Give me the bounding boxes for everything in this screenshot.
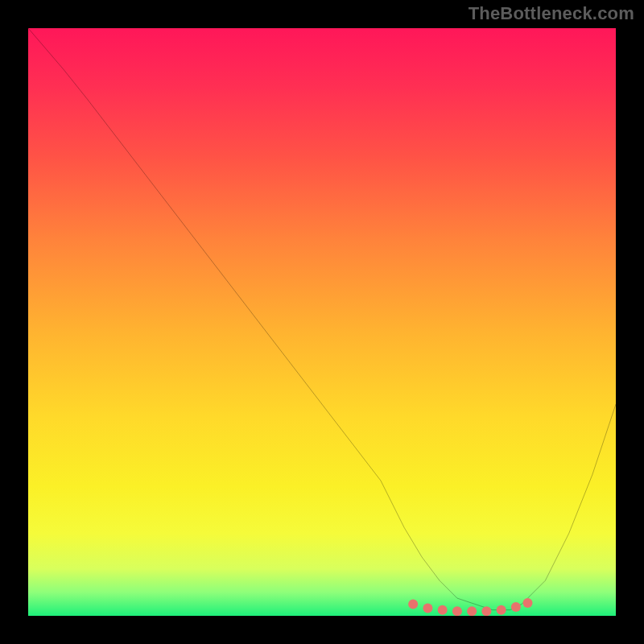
chart-frame: TheBottleneck.com: [0, 0, 644, 644]
sweet-spot-markers: [408, 598, 532, 616]
chart-svg: [28, 28, 616, 616]
sweet-spot-dot: [438, 605, 448, 615]
sweet-spot-dot: [522, 598, 532, 608]
sweet-spot-dot: [511, 602, 521, 612]
sweet-spot-dot: [481, 606, 491, 616]
sweet-spot-dot: [423, 604, 432, 613]
sweet-spot-dot: [452, 606, 462, 616]
plot-area: [28, 28, 616, 616]
watermark-text: TheBottleneck.com: [469, 3, 634, 24]
sweet-spot-dot: [467, 606, 477, 616]
sweet-spot-dot: [497, 605, 506, 615]
sweet-spot-dot: [408, 599, 418, 609]
bottleneck-curve: [28, 28, 616, 610]
